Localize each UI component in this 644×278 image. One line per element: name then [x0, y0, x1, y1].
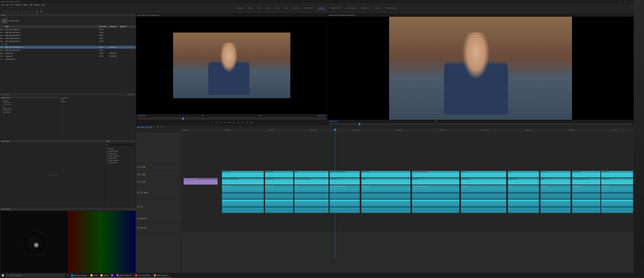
program-fit[interactable]: Fit [435, 120, 437, 122]
col-end[interactable]: Media End [120, 26, 135, 27]
audio-clip[interactable]: 00003 [294, 185, 328, 199]
source-video[interactable] [136, 17, 328, 114]
video-clip[interactable]: 00003.MTS [V] [361, 171, 410, 178]
project-row[interactable]: ▸Sequence 0123.97600:00:00:00 [0, 52, 136, 55]
menu-sequence[interactable]: Sequence [14, 4, 22, 6]
audio-clip[interactable] [461, 199, 506, 213]
ws-2mon2[interactable]: 2 Monitors [373, 7, 382, 9]
effects-folder[interactable]: ▸ Video Effects [105, 157, 135, 159]
video-clip[interactable]: A001_ [361, 178, 410, 185]
program-tc-left[interactable]: 00:00:24:02 [329, 120, 337, 122]
selection-tool[interactable]: ▸ [1, 10, 4, 13]
source-scale[interactable]: 1/2 [260, 115, 262, 117]
scopes-tab[interactable]: Lumetri Scopes [1, 208, 10, 210]
audio-clip[interactable]: A001_C013_ [461, 185, 506, 199]
v3-toggle[interactable]: ● [137, 166, 140, 168]
ws-three-mon[interactable]: Three Monitors [302, 7, 314, 9]
v2-toggle[interactable]: ● [137, 173, 140, 176]
maximize-button[interactable]: ▢ [622, 1, 628, 2]
track-select-tool[interactable]: ⬌ [5, 10, 8, 13]
audio-clip[interactable] [508, 199, 539, 213]
sequence-timecode[interactable]: 00:00:24:02 [137, 126, 152, 129]
taskbar-item[interactable]: Adobe Premiere Pr... [115, 273, 134, 278]
close-button[interactable]: ✕ [628, 1, 633, 2]
audio-clip[interactable]: 00003.MTS [V] [572, 185, 600, 199]
project-row[interactable]: ▸A001_C004_0322N3.mov23.976 [0, 37, 136, 40]
task-view-button[interactable]: ▭ [66, 273, 69, 278]
menu-help[interactable]: Help [40, 4, 46, 6]
video-clip[interactable]: 00003.MTS [V] [572, 171, 600, 178]
ws-magiclens[interactable]: MagicLens [361, 7, 370, 9]
video-clip[interactable]: A001_C013_ [412, 178, 459, 185]
col-fps[interactable]: Frame Rate [99, 26, 110, 27]
new-item-icon[interactable] [130, 93, 132, 96]
track-header-a3[interactable]: M Audio 3 A3 [136, 223, 181, 232]
taskbar-item[interactable] [110, 273, 115, 278]
project-list[interactable]: ▸A001_C001_0322EK.mov23.976▸A001_C002_03… [0, 28, 136, 93]
rolling-tool[interactable]: ⇆ [12, 10, 16, 13]
slip-tool[interactable]: ⟷ [24, 10, 27, 13]
video-clip[interactable]: 00003.MTS [V] [265, 171, 293, 178]
ws-libraries[interactable]: Libraries [292, 7, 299, 9]
audio-clip[interactable]: A001_ [508, 185, 539, 199]
video-clip[interactable]: A001_C013_ [461, 171, 506, 178]
v3-lock[interactable]: 🔒 [143, 166, 145, 168]
effects-folder[interactable]: ▸ Video Transitions [105, 159, 135, 162]
track-header-a1[interactable]: M S Audio 1 [136, 186, 181, 200]
ws-assembly[interactable]: Assembly [236, 7, 244, 9]
project-tab[interactable]: Project: [1, 14, 6, 16]
video-clip[interactable]: 00003.MTS [V] [265, 178, 293, 185]
trash-icon[interactable] [133, 93, 135, 96]
audio-clip[interactable] [222, 199, 264, 213]
col-start[interactable]: Media Start [110, 26, 120, 27]
razor-tool[interactable]: ✂ [20, 10, 23, 13]
mark-out-button[interactable]: } [215, 121, 218, 124]
audio-clip[interactable]: 00003.MTS [V] [601, 185, 633, 199]
source-scrubber[interactable] [137, 117, 326, 120]
video-clip[interactable]: 00003 [540, 178, 570, 185]
project-row[interactable]: ▸B002_C011_0322DK.mov23.976 [0, 49, 136, 52]
project-row[interactable]: ▸A001_C002_0322GB.mov23.976 [0, 31, 136, 34]
ws-editing[interactable]: Editing [247, 7, 253, 9]
project-row[interactable]: ▸A001_C001_0322EK.mov23.976 [0, 28, 136, 31]
title-clip[interactable]: Shearer opening title.mef [184, 178, 218, 185]
track-header-a1b[interactable]: M S [136, 200, 181, 214]
export-frame-button[interactable]: 📷 [250, 121, 253, 124]
audio-clip[interactable] [572, 199, 600, 213]
new-bin-icon[interactable] [127, 93, 130, 96]
menu-edit[interactable]: Edit [5, 4, 10, 6]
program-video[interactable] [328, 17, 634, 120]
ws-effects[interactable]: Effects [265, 7, 271, 9]
project-row[interactable]: ▸A001_C005_03228R.mov23.976 [0, 40, 136, 43]
effects-search-input[interactable] [108, 144, 134, 146]
menu-title[interactable]: Title [29, 4, 33, 6]
col-name[interactable]: Name [5, 26, 99, 27]
tree-item[interactable]: C: (Local Disk) [1, 104, 57, 106]
video-clip[interactable]: A001_C013_ [330, 178, 360, 185]
linked-sel-toggle[interactable]: 🔗 [157, 126, 160, 128]
source-fit[interactable]: Fit [202, 115, 204, 117]
audio-clip[interactable] [294, 199, 328, 213]
effect-controls-tab[interactable]: Effect Controls [1, 141, 10, 142]
step-fwd-button[interactable]: |▸ [232, 121, 236, 124]
video-clip[interactable]: A001_ [508, 171, 539, 178]
ws-2mon-color[interactable]: 2 Monitor COLOR [329, 7, 342, 9]
video-clip[interactable]: A001_C013_0322B1_002.mov [412, 171, 459, 178]
freeform-view-icon[interactable] [6, 93, 9, 96]
slide-tool[interactable]: ⬍ [28, 10, 31, 13]
video-clip[interactable]: 00003.MTS [V] [601, 171, 633, 178]
effects-folder[interactable]: ▸ Audio Transitions [105, 155, 135, 157]
ws-titles[interactable]: Titles [283, 7, 288, 9]
project-row[interactable]: ▸A001_C003_0322JW.mov23.976 [0, 34, 136, 37]
video-clip[interactable]: A001_C013_0322KM_001.mov [330, 171, 360, 178]
project-row[interactable]: ▸Bin [0, 43, 136, 46]
menu-window[interactable]: Window [34, 4, 40, 6]
audio-clip[interactable] [330, 199, 360, 213]
menu-clip[interactable]: Clip [10, 4, 14, 6]
taskbar-item[interactable]: Start New Discussio... [70, 273, 89, 278]
project-row[interactable]: ▸Sequence 0223.97600:00:00:00 [0, 55, 136, 58]
tree-item[interactable]: Network Drives [1, 107, 57, 109]
audio-clip[interactable]: 00003.MTS [V] [265, 185, 293, 199]
video-clip[interactable]: 00003 [294, 171, 328, 178]
start-button[interactable] [0, 273, 5, 278]
